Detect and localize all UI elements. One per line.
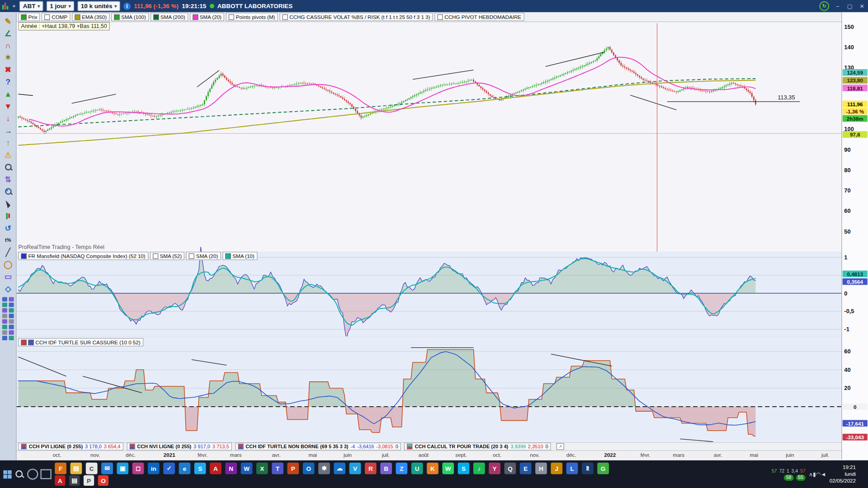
help-icon[interactable]: ? [1, 76, 14, 88]
tray-expand-icon[interactable]: ∧▮◠◄ [809, 471, 826, 477]
taskbar-powerpoint-icon[interactable]: P [288, 463, 299, 474]
popout-icon[interactable]: ↗ [557, 443, 564, 450]
taskbar-instagram-icon[interactable]: ◻ [132, 463, 144, 474]
taskbar-app-gray-icon[interactable]: H [535, 463, 547, 474]
legend-item[interactable]: FR Mansfield (NASDAQ Composite Index) (5… [18, 252, 148, 260]
legend-item[interactable]: SMA (10) [222, 252, 257, 260]
cursor-icon[interactable] [1, 197, 14, 210]
thumb-down-icon[interactable]: ▼ [1, 100, 14, 113]
taskbar-word-icon[interactable]: W [241, 463, 253, 474]
legend-item[interactable]: Points pivots (M) [226, 13, 278, 21]
protractor-icon[interactable]: ∠ [1, 27, 14, 39]
legend-item[interactable]: SMA (20) [186, 252, 221, 260]
indicator-item[interactable]: CCH CALCUL TR POUR TRADE (20 3 4)3,93992… [404, 442, 551, 450]
taskbar-zoom-icon[interactable]: Z [396, 463, 408, 474]
legend-item[interactable]: SMA (200) [151, 13, 188, 21]
taskbar-app-red-icon[interactable]: R [365, 463, 377, 474]
sync-icon[interactable]: ↻ [819, 1, 829, 11]
taskbar-mail-icon[interactable]: ✉ [101, 463, 113, 474]
time-axis[interactable]: oct.nov.déc.2021févr.marsavr.maijuinjuil… [17, 450, 841, 460]
taskbar-app-orange-icon[interactable]: K [427, 463, 439, 474]
taskbar-edge-icon[interactable]: e [179, 463, 191, 474]
tray-badge[interactable]: 55 [796, 474, 805, 480]
arrows-cluster-icon[interactable]: ⇅ [1, 173, 14, 185]
legend-item[interactable]: COMP [42, 13, 70, 21]
units-dropdown[interactable]: 10 k unités ▾ [77, 1, 120, 11]
info-icon[interactable]: i [123, 3, 131, 10]
warning-icon[interactable]: ⚠ [1, 149, 14, 161]
minimize-button[interactable]: – [834, 3, 841, 9]
taskbar-reader-icon[interactable]: ▤ [69, 475, 80, 486]
taskbar-skype-icon[interactable]: S [458, 463, 470, 474]
taskbar-prt-icon[interactable]: ₶ [582, 463, 594, 474]
thumb-up-icon[interactable]: ▲ [1, 88, 14, 100]
taskbar-onenote-icon[interactable]: N [225, 463, 237, 474]
legend-item[interactable]: EMA (350) [72, 13, 109, 21]
task-view-icon[interactable] [40, 469, 51, 479]
percent-tool-icon[interactable]: t% [1, 234, 14, 246]
timeframe-dropdown[interactable]: 1 jour ▾ [47, 1, 74, 11]
taskbar-chrome-icon[interactable]: C [86, 463, 98, 474]
symbol-dropdown[interactable]: ABT ▾ [19, 1, 43, 11]
taskbar-todo-icon[interactable]: ✓ [163, 463, 175, 474]
legend-item[interactable]: Prix [18, 13, 40, 21]
taskbar-whatsapp-icon[interactable]: W [442, 463, 454, 474]
wand-icon[interactable]: ✶ [1, 52, 14, 64]
taskbar-store-icon[interactable]: S [194, 463, 206, 474]
ellipse-tool-icon[interactable]: ◯ [1, 258, 14, 271]
taskbar-excel-icon[interactable]: X [256, 463, 268, 474]
mini-tools-grid[interactable] [2, 297, 14, 341]
taskbar-photos-icon[interactable]: ▣ [117, 463, 128, 474]
taskbar-spotify-icon[interactable]: ♪ [473, 463, 485, 474]
magnet-icon[interactable]: ∩ [1, 39, 14, 52]
taskbar-app-blue-icon[interactable]: E [520, 463, 532, 474]
arrow-up-icon[interactable]: ↑ [1, 136, 14, 149]
cortana-icon[interactable] [27, 469, 38, 479]
zoom-in-icon[interactable]: + [1, 185, 14, 197]
indicator-item[interactable]: CCH IDF TURTLE NON BORNE (69 5 35 3 3)-4… [235, 442, 401, 450]
legend-item[interactable]: CCHG CASSURE VOLAT %BS / RISK (t f 1 t t… [279, 13, 433, 21]
taskbar-opera-icon[interactable]: O [98, 475, 108, 486]
taskbar-linkedin-icon[interactable]: in [148, 463, 160, 474]
taskbar-files-icon[interactable]: ▤ [71, 463, 82, 474]
pencil-icon[interactable]: ✎ [1, 15, 14, 27]
polygon-tool-icon[interactable]: ◇ [1, 283, 14, 295]
taskbar-app-cobalt-icon[interactable]: L [566, 463, 578, 474]
arrow-down-icon[interactable]: ↓ [1, 113, 14, 125]
taskbar-search-icon[interactable] [14, 469, 25, 479]
chart-icon[interactable] [1, 210, 14, 222]
tray-badge[interactable]: 58 [784, 474, 793, 480]
arrow-right-icon[interactable]: → [1, 125, 14, 137]
legend-item[interactable]: SMA (20) [189, 13, 224, 21]
undo-icon[interactable]: ↺ [1, 222, 14, 234]
price-chart-canvas[interactable]: 113,35 [17, 22, 841, 252]
battery-icon[interactable]: ▮ [813, 471, 816, 477]
turtle-panel-canvas[interactable] [17, 336, 841, 442]
taskbar-app-pink-icon[interactable]: Y [489, 463, 500, 474]
taskbar-firefox-icon[interactable]: F [55, 463, 66, 474]
legend-item[interactable]: SMA (100) [111, 13, 149, 21]
indicator-item[interactable]: CCH PVI LIGNE (0 255)3 178,03 654,4 [18, 442, 123, 450]
taskbar-vscode-icon[interactable]: V [349, 463, 361, 474]
maximize-button[interactable]: ▢ [846, 3, 854, 9]
search-icon[interactable] [1, 161, 14, 173]
taskbar-app-purple-icon[interactable]: B [380, 463, 392, 474]
network-icon[interactable]: ◠ [816, 471, 821, 477]
taskbar-app-teal-icon[interactable]: U [411, 463, 423, 474]
taskbar-teams-icon[interactable]: T [272, 463, 283, 474]
taskbar-app-dark-icon[interactable]: Q [505, 463, 516, 474]
price-axis[interactable]: 1501401301009080706050124,59123,80118,81… [841, 12, 868, 459]
taskbar-settings-icon[interactable]: ✱ [318, 463, 330, 474]
taskbar-outlook-icon[interactable]: O [303, 463, 315, 474]
volume-icon[interactable]: ◄ [821, 471, 826, 477]
rect-tool-icon[interactable]: ▭ [1, 271, 14, 283]
legend-item[interactable]: SMA (52) [150, 252, 184, 260]
legend-item[interactable]: CCH IDF TURTLE SUR CASSURE (10 0 52) [18, 338, 143, 346]
taskbar-clock[interactable]: 19:21 lundi 02/05/2022 [830, 465, 858, 484]
taskbar-app-amber-icon[interactable]: J [551, 463, 562, 474]
taskbar-onedrive-icon[interactable]: ☁ [334, 463, 345, 474]
taskbar-app-green-icon[interactable]: G [597, 463, 609, 474]
taskbar-acrobat-icon[interactable]: A [210, 463, 222, 474]
line-tool-icon[interactable]: ╱ [1, 246, 14, 258]
start-button[interactable] [3, 470, 11, 478]
